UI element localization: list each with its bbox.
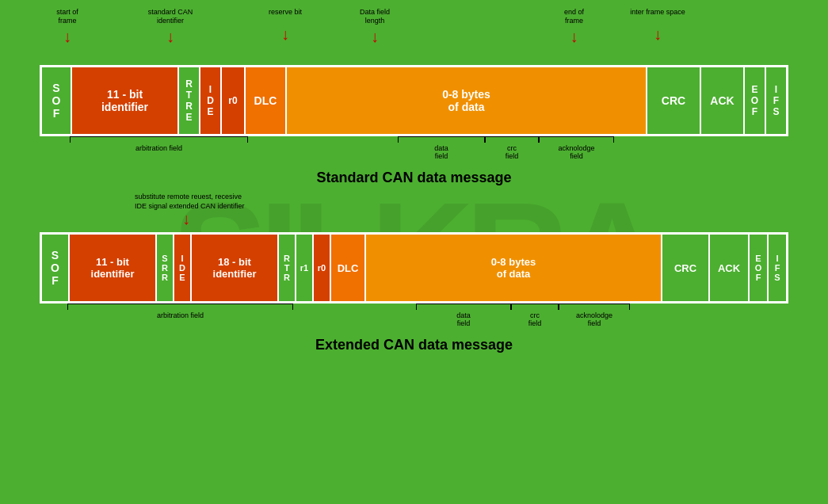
cell-ack: ACK — [700, 67, 744, 135]
standard-frame: SOF 11 - bitidentifier RTRE IDE r0 DLC 0… — [40, 65, 788, 136]
ext-label-arbitration — [67, 304, 293, 310]
annotation-std-can-id: standard CANidentifier ↓ — [135, 8, 206, 46]
extended-annotations: substitute remote reuest, recesiveIDE si… — [40, 193, 788, 232]
annotation-srr-ide: substitute remote reuest, recesiveIDE si… — [135, 193, 293, 227]
ext-cell-crc: CRC — [662, 234, 709, 302]
cell-sof: SOF — [41, 67, 71, 135]
label-crc-text: crcfield — [485, 144, 539, 160]
ext-cell-ide: IDE — [174, 234, 191, 302]
extended-section: substitute remote reuest, recesiveIDE si… — [16, 193, 812, 353]
annotation-data-field-length: Data fieldlength ↓ — [347, 8, 403, 46]
ext-label-crc — [511, 304, 559, 310]
label-arbitration-text: arbitration field — [70, 144, 248, 152]
cell-data: 0-8 bytesof data — [286, 67, 647, 135]
label-crc — [485, 136, 539, 143]
annotation-inter-frame-space: inter frame space ↓ — [622, 8, 693, 44]
ext-cell-srr: SRR — [156, 234, 174, 302]
ext-cell-eof: EOF — [749, 234, 768, 302]
ext-cell-ack: ACK — [709, 234, 749, 302]
label-data-text: datafield — [398, 144, 485, 160]
ext-label-data-text: datafield — [416, 311, 511, 327]
annotation-start-of-frame: start of frame ↓ — [48, 8, 87, 46]
cell-r0: r0 — [221, 67, 245, 135]
ext-label-arbitration-text: arbitration field — [67, 311, 293, 319]
annotation-reserve-bit: reserve bit ↓ — [261, 8, 309, 44]
cell-ide: IDE — [200, 67, 221, 135]
ext-cell-r1: r1 — [296, 234, 313, 302]
cell-dlc: DLC — [245, 67, 286, 135]
extended-frame: SOF 11 - bitidentifier SRR IDE 18 - biti… — [40, 232, 788, 304]
standard-field-labels: arbitration field datafield crcfield ack… — [40, 136, 788, 166]
ext-cell-data: 0-8 bytesof data — [365, 234, 662, 302]
label-ack — [539, 136, 614, 143]
cell-ifs: IFS — [765, 67, 787, 135]
cell-11bit-id: 11 - bitidentifier — [71, 67, 178, 135]
ext-cell-dlc: DLC — [330, 234, 365, 302]
standard-annotations: start of frame ↓ standard CANidentifier … — [40, 8, 788, 65]
standard-title: Standard CAN data message — [16, 170, 812, 186]
label-data — [398, 136, 485, 143]
ext-cell-11bit: 11 - bitidentifier — [69, 234, 156, 302]
cell-rtr: RTRE — [178, 67, 200, 135]
ext-cell-sof: SOF — [41, 234, 69, 302]
ext-cell-18bit: 18 - bitidentifier — [191, 234, 278, 302]
ext-cell-r0: r0 — [313, 234, 330, 302]
ext-label-data — [416, 304, 511, 310]
ext-cell-rtr: RTR — [278, 234, 296, 302]
label-ack-text: acknolodgefield — [539, 144, 614, 160]
cell-eof: EOF — [744, 67, 765, 135]
annotation-end-of-frame: end offrame ↓ — [552, 8, 596, 46]
label-arbitration — [70, 136, 248, 143]
ext-label-crc-text: crcfield — [511, 311, 559, 327]
cell-crc: CRC — [647, 67, 700, 135]
extended-title: Extended CAN data message — [16, 337, 812, 353]
ext-label-ack — [559, 304, 630, 310]
ext-cell-ifs: IFS — [768, 234, 787, 302]
ext-label-ack-text: acknolodgefield — [559, 311, 630, 327]
extended-field-labels: arbitration field datafield crcfield ack… — [40, 304, 788, 334]
standard-section: start of frame ↓ standard CANidentifier … — [16, 8, 812, 186]
